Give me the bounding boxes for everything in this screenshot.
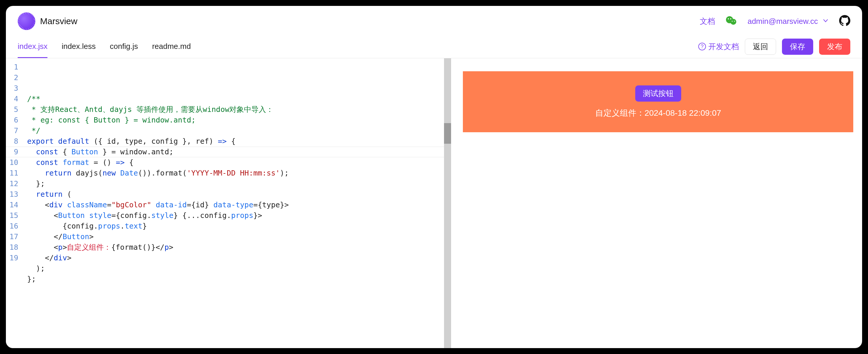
svg-point-1 (731, 19, 736, 25)
app-window: Marsview 文档 admin@marsview.cc (6, 6, 862, 348)
publish-button[interactable]: 发布 (819, 39, 850, 55)
wechat-icon[interactable] (726, 15, 737, 27)
code-area[interactable]: /** * 支持React、Antd、dayjs 等插件使用，需要从window… (21, 58, 444, 348)
splitter[interactable] (444, 58, 451, 348)
back-button[interactable]: 返回 (745, 39, 776, 55)
svg-point-2 (728, 18, 729, 20)
splitter-handle[interactable] (444, 123, 451, 144)
tab-index-less[interactable]: index.less (62, 35, 96, 58)
github-icon[interactable] (839, 15, 850, 27)
file-tabs: index.jsx index.less config.js readme.md (18, 35, 191, 58)
save-button[interactable]: 保存 (782, 39, 813, 55)
header: Marsview 文档 admin@marsview.cc (6, 6, 862, 35)
app-name: Marsview (40, 16, 78, 26)
user-dropdown[interactable]: admin@marsview.cc (747, 17, 829, 26)
question-circle-icon: ? (698, 43, 706, 51)
preview-timestamp: 2024-08-18 22:09:07 (645, 108, 721, 118)
docs-link[interactable]: 文档 (700, 16, 715, 27)
logo[interactable]: Marsview (18, 12, 78, 30)
line-gutter: 12345678910111213141516171819 (6, 58, 21, 348)
preview-pane: 测试按钮 自定义组件：2024-08-18 22:09:07 (451, 58, 862, 348)
body: 12345678910111213141516171819 /** * 支持Re… (6, 58, 862, 348)
preview-test-button[interactable]: 测试按钮 (635, 86, 681, 102)
tab-index-jsx[interactable]: index.jsx (18, 35, 48, 58)
tab-readme[interactable]: readme.md (152, 35, 191, 58)
toolbar: index.jsx index.less config.js readme.md… (6, 35, 862, 58)
svg-point-5 (734, 21, 735, 22)
preview-caption-prefix: 自定义组件： (595, 108, 645, 118)
svg-point-3 (730, 18, 731, 20)
logo-icon (18, 12, 35, 30)
dev-docs-label: 开发文档 (708, 41, 739, 52)
editor-pane[interactable]: 12345678910111213141516171819 /** * 支持Re… (6, 58, 451, 348)
preview-caption: 自定义组件：2024-08-18 22:09:07 (469, 107, 847, 119)
svg-point-4 (732, 21, 733, 22)
chevron-down-icon (823, 18, 829, 25)
tab-config-js[interactable]: config.js (110, 35, 138, 58)
user-email: admin@marsview.cc (747, 17, 818, 26)
preview-card: 测试按钮 自定义组件：2024-08-18 22:09:07 (463, 71, 853, 132)
dev-docs-link[interactable]: ? 开发文档 (698, 41, 739, 52)
